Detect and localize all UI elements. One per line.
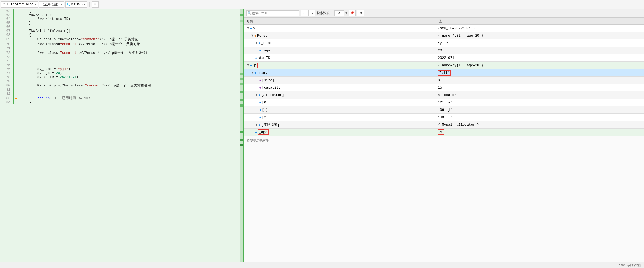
watch-name-cell: ◆_age (244, 129, 436, 136)
search-box[interactable]: 🔍 (246, 10, 299, 16)
line-arrow (13, 50, 19, 55)
watch-row[interactable]: ◆[capacity]15 (244, 84, 644, 91)
scope-dropdown[interactable]: （全局范围） ▼ (39, 1, 64, 8)
watch-value-cell: 106 'j' (436, 106, 644, 114)
line-number: 62 (0, 9, 13, 13)
line-number: 73 (0, 55, 13, 59)
file-dropdown-label: C++_inherit_blog (3, 3, 33, 6)
expand-arrow[interactable]: ▼ (256, 123, 258, 127)
search-input[interactable] (252, 11, 292, 15)
watch-row[interactable]: ▼◆s{stu_ID=20221071 } (244, 25, 644, 32)
expand-arrow[interactable]: ▼ (251, 34, 253, 38)
func-dropdown-label: main() (71, 3, 83, 6)
code-content: 62 {63 "kw">public:64 "kw">int stu_ID;65… (0, 9, 243, 262)
watch-row[interactable]: ◆_age20 (244, 47, 644, 54)
watch-name-cell: ▼◆[原始视图] (244, 121, 436, 129)
expand-arrow[interactable]: ▼ (247, 26, 249, 30)
line-number: 78 (0, 75, 13, 79)
file-dropdown[interactable]: C++_inherit_blog ▼ (1, 1, 38, 8)
status-bar: CSDN @小能软糖 (0, 262, 644, 268)
watch-name-cell: ◆[capacity] (244, 84, 436, 91)
watch-value-cell: 15 (436, 84, 644, 91)
swap-icon-btn[interactable]: ⇅ (92, 1, 99, 8)
watch-row[interactable]: ▼◆[原始视图]{_Mypair=allocator } (244, 121, 644, 129)
watch-name-cell: ▼◆_name (244, 39, 436, 47)
watch-value-cell: {_name="yjl" _age=20 } (436, 62, 644, 69)
line-arrow (13, 63, 19, 67)
watch-name-cell: ◆_age (244, 47, 436, 54)
code-row: 82 (0, 92, 243, 96)
pin-btn[interactable]: 📌 (349, 10, 356, 16)
watch-value-cell: 20 (436, 129, 644, 136)
watch-table: 名称 值 ▼◆s{stu_ID=20221071 }▼◆Person{_name… (244, 17, 644, 136)
code-text: "kw">int stu_ID; (19, 17, 243, 21)
line-arrow (13, 21, 19, 25)
watch-row[interactable]: ▼◆_name"yjl" (244, 39, 644, 47)
add-watch-row[interactable]: 添加要监视的项 (244, 136, 644, 143)
code-row: 84 } (0, 100, 243, 104)
func-dropdown[interactable]: ⬡ main() ▼ (65, 1, 87, 8)
watch-row[interactable]: ◆_age20 (244, 129, 644, 136)
line-arrow (13, 55, 19, 59)
watch-value-cell: "yjl" (436, 39, 644, 47)
watch-row[interactable]: ◆stu_ID20221071 (244, 54, 644, 62)
code-text: { (19, 9, 243, 13)
watch-row[interactable]: ▼◆Person{_name="yjl" _age=20 } (244, 32, 644, 39)
line-arrow (13, 67, 19, 71)
code-panel: 62 {63 "kw">public:64 "kw">int stu_ID;65… (0, 9, 244, 262)
code-text (19, 79, 243, 83)
code-row: 76 s._name = "yjl"; (0, 67, 243, 71)
expand-arrow[interactable]: ▼ (256, 41, 258, 45)
line-arrow (13, 17, 19, 21)
watch-name-cell: ▼◆_name (244, 69, 436, 77)
line-number: 66 (0, 25, 13, 29)
code-text (19, 88, 243, 92)
search-icon: 🔍 (248, 11, 252, 15)
watch-name-cell: ▼◆[allocator] (244, 91, 436, 99)
watch-row[interactable]: ◆[size]3 (244, 77, 644, 84)
code-row: 72 "kw">class="comment">//Person* p;// p… (0, 50, 243, 55)
line-arrow: ▶ (13, 96, 19, 100)
scope-dropdown-label: （全局范围） (41, 2, 60, 7)
code-text: s.stu_ID = 20221071; (19, 75, 243, 79)
code-text: s._age = 20; (19, 71, 243, 75)
watch-row[interactable]: ▼◆_name"yjl" (244, 69, 644, 77)
line-arrow (13, 29, 19, 33)
watch-row[interactable]: ◆[1]106 'j' (244, 106, 644, 114)
copy-btn[interactable]: ⧉ (357, 10, 364, 16)
line-arrow (13, 13, 19, 17)
toolbar-separator (89, 2, 90, 7)
watch-table-header: 名称 值 (244, 18, 644, 25)
code-row: 83▶ return 0; 已用时间 <= 1ms (0, 96, 243, 100)
watch-toolbar: 🔍 ← → 搜索深度： 3 ▼ 📌 ⧉ (244, 9, 644, 17)
code-text: { (19, 33, 243, 37)
nav-back-btn[interactable]: ← (301, 10, 308, 16)
watch-name-cell: ◆[2] (244, 114, 436, 121)
watch-row[interactable]: ▼◆p{_name="yjl" _age=20 } (244, 62, 644, 69)
code-text (19, 46, 243, 50)
expand-arrow[interactable]: ▼ (247, 63, 249, 67)
code-text (19, 63, 243, 67)
expand-arrow[interactable]: ▼ (256, 93, 258, 97)
watch-value-cell: 121 'y' (436, 99, 644, 106)
nav-fwd-btn[interactable]: → (308, 10, 315, 16)
line-arrow (13, 9, 19, 13)
watch-row[interactable]: ◆[2]108 'l' (244, 114, 644, 121)
code-row: 69 Student s;"kw">class="comment">// s是一… (0, 37, 243, 42)
watch-row[interactable]: ▼◆[allocator]allocator (244, 91, 644, 99)
header-name: 名称 (244, 18, 436, 25)
line-number: 77 (0, 71, 13, 75)
line-number: 76 (0, 67, 13, 71)
watch-value-cell: 20221071 (436, 54, 644, 62)
scope-dropdown-arrow: ▼ (61, 3, 62, 6)
expand-arrow[interactable]: ▼ (251, 71, 253, 75)
code-text: s._name = "yjl"; (19, 67, 243, 71)
line-arrow (13, 100, 19, 104)
watch-panel: 🔍 ← → 搜索深度： 3 ▼ 📌 ⧉ 名称 值 (244, 9, 644, 262)
code-row: 75 (0, 63, 243, 67)
code-text: "kw">class="comment">//Person p;// p是一个 … (19, 42, 243, 46)
watch-row[interactable]: ◆[0]121 'y' (244, 99, 644, 106)
depth-arrow[interactable]: ▼ (345, 12, 347, 15)
line-arrow (13, 92, 19, 96)
line-number: 79 (0, 79, 13, 83)
